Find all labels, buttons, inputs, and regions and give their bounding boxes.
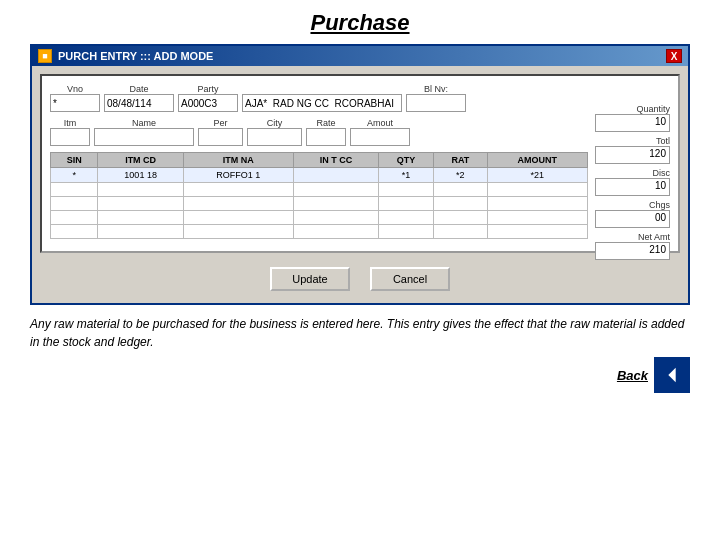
item-label: Itm — [50, 118, 90, 128]
cell-qty: *1 — [379, 168, 434, 183]
billno-label: Bl Nv: — [406, 84, 466, 94]
button-row: Update Cancel — [40, 261, 680, 295]
cell-in-t-cc — [293, 168, 378, 183]
title-bar-icon: ■ — [38, 49, 52, 63]
table-row — [51, 197, 588, 211]
name-label: Name — [94, 118, 194, 128]
update-button[interactable]: Update — [270, 267, 350, 291]
table-row — [51, 211, 588, 225]
cell-itm-cd: 1001 18 — [98, 168, 183, 183]
vno-input[interactable] — [50, 94, 100, 112]
summary-panel: Quantity 10 Totl 120 Disc 10 Chgs 00 — [595, 104, 670, 260]
city-input[interactable] — [247, 128, 302, 146]
col-itm-na: ITM NA — [183, 153, 293, 168]
cell-rat: *2 — [434, 168, 488, 183]
net-value: 210 — [595, 242, 670, 260]
total-value: 120 — [595, 146, 670, 164]
billno-input[interactable] — [406, 94, 466, 112]
cell-itm-na: ROFFO1 1 — [183, 168, 293, 183]
col-sin: SIN — [51, 153, 98, 168]
col-qty: QTY — [379, 153, 434, 168]
window-title: PURCH ENTRY ::: ADD MODE — [58, 50, 213, 62]
name-input[interactable] — [94, 128, 194, 146]
total-label: Totl — [595, 136, 670, 146]
qty-label: Quantity — [595, 104, 670, 114]
party-code-input[interactable] — [178, 94, 238, 112]
amount-input[interactable] — [350, 128, 410, 146]
description-text: Any raw material to be purchased for the… — [30, 315, 690, 351]
col-in-t-cc: IN T CC — [293, 153, 378, 168]
col-amount: AMOUNT — [487, 153, 587, 168]
disc-value: 10 — [595, 178, 670, 196]
table-row — [51, 183, 588, 197]
qty-value: 10 — [595, 114, 670, 132]
table-row — [51, 225, 588, 239]
col-rat: RAT — [434, 153, 488, 168]
rate-input[interactable] — [306, 128, 346, 146]
grid-table: SIN ITM CD ITM NA IN T CC QTY RAT AMOUNT… — [50, 152, 588, 239]
cancel-button[interactable]: Cancel — [370, 267, 450, 291]
per-input[interactable] — [198, 128, 243, 146]
city-label: City — [247, 118, 302, 128]
item-input[interactable] — [50, 128, 90, 146]
title-bar: ■ PURCH ENTRY ::: ADD MODE X — [32, 46, 688, 66]
amount-label: Amout — [350, 118, 410, 128]
cell-sin: * — [51, 168, 98, 183]
chgs-value: 00 — [595, 210, 670, 228]
per-label: Per — [198, 118, 243, 128]
back-link[interactable]: Back — [617, 368, 648, 383]
date-label: Date — [104, 84, 174, 94]
col-itm-cd: ITM CD — [98, 153, 183, 168]
net-label: Net Amt — [595, 232, 670, 242]
date-input[interactable] — [104, 94, 174, 112]
party-name-input[interactable] — [242, 94, 402, 112]
close-button[interactable]: X — [666, 49, 682, 63]
svg-marker-0 — [668, 368, 675, 383]
window: ■ PURCH ENTRY ::: ADD MODE X Vno Date — [30, 44, 690, 305]
back-arrow-button[interactable] — [654, 357, 690, 393]
chgs-label: Chgs — [595, 200, 670, 210]
party-label: Party — [178, 84, 238, 94]
table-row: * 1001 18 ROFFO1 1 *1 *2 *21 — [51, 168, 588, 183]
disc-label: Disc — [595, 168, 670, 178]
page-title: Purchase — [0, 10, 720, 36]
cell-amount: *21 — [487, 168, 587, 183]
vno-label: Vno — [50, 84, 100, 94]
rate-label: Rate — [306, 118, 346, 128]
party-name-label — [242, 84, 402, 94]
